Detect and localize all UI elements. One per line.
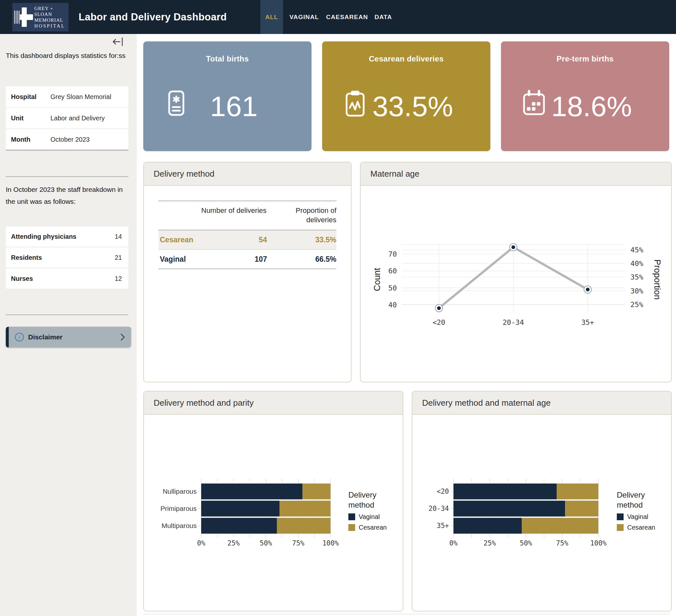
next-section-edge xyxy=(143,614,671,614)
card-title: Delivery method xyxy=(154,169,215,179)
legend-title: Delivery method xyxy=(617,490,659,510)
delivery-method-card: Delivery method Number of deliveries Pro… xyxy=(143,162,352,382)
kpi-title: Total births xyxy=(143,54,312,63)
svg-text:35+: 35+ xyxy=(437,522,449,529)
legend-item-cesarean: Cesarean xyxy=(617,524,672,531)
table-row: Nurses 12 xyxy=(6,269,128,290)
staff-table: Attending physicians 14 Residents 21 Nur… xyxy=(6,226,128,290)
kpi-card-total-births: Total births 161 xyxy=(143,41,312,151)
page-title: Labor and Delivery Dashboard xyxy=(78,0,227,34)
tab-vaginal[interactable]: VAGINAL xyxy=(287,0,321,34)
bar-vaginal-<20 xyxy=(453,484,557,500)
parity-chart-card: Delivery method and parity NulliparousPr… xyxy=(143,391,403,611)
column-header: Proportion of deliveries xyxy=(267,206,336,225)
svg-text:Proportion: Proportion xyxy=(653,260,662,300)
legend: Delivery method Vaginal Cesarean xyxy=(617,490,672,531)
table-row: Month October 2023 xyxy=(6,129,128,151)
svg-text:20-34: 20-34 xyxy=(503,318,524,326)
legend-title: Delivery method xyxy=(348,490,390,510)
sidebar-divider xyxy=(6,176,128,177)
data-point-20-34 xyxy=(510,244,517,251)
svg-text:100%: 100% xyxy=(323,539,339,547)
kpi-value: 33.5% xyxy=(335,90,490,123)
delivery-method-table: Number of deliveries Proportion of deliv… xyxy=(159,201,336,269)
vaginal-swatch xyxy=(348,513,355,520)
dashboard-info-table: Hospital Grey Sloan Memorial Unit Labor … xyxy=(6,87,128,151)
disclaimer-button[interactable]: i Disclaimer xyxy=(6,327,131,347)
svg-text:Multiparous: Multiparous xyxy=(161,522,196,529)
column-header: Number of deliveries xyxy=(196,206,267,225)
hospital-logo: GREY + SLOAN MEMORIAL HOSPITAL xyxy=(12,3,68,32)
svg-text:45%: 45% xyxy=(630,246,643,254)
kpi-title: Pre-term births xyxy=(501,54,669,63)
tab-data[interactable]: DATA xyxy=(373,0,394,34)
vaginal-swatch xyxy=(617,513,624,520)
card-header: Delivery method and maternal age xyxy=(412,391,671,415)
svg-text:70: 70 xyxy=(388,250,397,258)
maternal-age-line-chart: 4050607025%30%35%40%45%<2020-3435+CountP… xyxy=(361,186,670,381)
svg-text:30%: 30% xyxy=(630,287,643,295)
legend-item-cesarean: Cesarean xyxy=(348,524,403,531)
legend-item-vaginal: Vaginal xyxy=(348,513,403,520)
table-row: Attending physicians 14 xyxy=(6,226,128,247)
card-header: Delivery method and parity xyxy=(144,391,403,415)
svg-text:Count: Count xyxy=(372,268,382,291)
svg-text:20-34: 20-34 xyxy=(429,505,449,512)
hospital-logo-text: GREY + SLOAN MEMORIAL HOSPITAL xyxy=(34,5,68,29)
bar-cesarean-35+ xyxy=(522,518,598,534)
table-row: Unit Labor and Delivery xyxy=(6,108,128,129)
info-icon: i xyxy=(14,332,24,342)
chevron-right-icon xyxy=(120,333,125,341)
disclaimer-label: Disclaimer xyxy=(28,333,62,341)
svg-text:0%: 0% xyxy=(449,539,458,547)
svg-text:<20: <20 xyxy=(433,318,445,326)
table-row-vaginal: Vaginal 107 66.5% xyxy=(159,250,336,269)
svg-text:75%: 75% xyxy=(292,539,304,547)
bar-vaginal-Nulliparous xyxy=(201,484,302,500)
svg-text:25%: 25% xyxy=(484,539,496,547)
age-method-chart-card: Delivery method and maternal age <2020-3… xyxy=(412,391,672,611)
sidebar-collapse-icon[interactable] xyxy=(111,37,125,47)
svg-text:60: 60 xyxy=(388,267,397,275)
tab-caesarean[interactable]: CAESAREAN xyxy=(326,0,368,34)
legend-item-vaginal: Vaginal xyxy=(617,513,672,520)
cross-icon xyxy=(14,6,34,28)
cesarean-swatch xyxy=(617,524,624,531)
svg-text:35%: 35% xyxy=(630,273,643,281)
bar-cesarean-<20 xyxy=(557,484,598,500)
kpi-card-preterm: Pre-term births 18.6% xyxy=(501,41,669,151)
cesarean-swatch xyxy=(348,524,355,531)
table-row-cesarean: Cesarean 54 33.5% xyxy=(159,230,336,250)
card-title: Delivery method and parity xyxy=(154,398,253,408)
table-row: Residents 21 xyxy=(6,247,128,269)
top-navbar: GREY + SLOAN MEMORIAL HOSPITAL Labor and… xyxy=(0,0,676,34)
bar-cesarean-Primiparous xyxy=(279,501,331,517)
svg-text:50%: 50% xyxy=(260,539,272,547)
svg-text:50: 50 xyxy=(388,284,397,292)
kpi-value: 161 xyxy=(156,90,312,123)
tab-all[interactable]: ALL xyxy=(260,0,283,34)
legend: Delivery method Vaginal Cesarean xyxy=(348,490,403,531)
svg-text:25%: 25% xyxy=(630,300,643,309)
card-title: Maternal age xyxy=(370,169,419,179)
bar-vaginal-20-34 xyxy=(453,501,565,517)
table-header-row: Number of deliveries Proportion of deliv… xyxy=(159,201,336,230)
kpi-card-cesarean: Cesarean deliveries 33.5% xyxy=(322,41,490,151)
svg-text:40%: 40% xyxy=(630,260,643,268)
svg-text:75%: 75% xyxy=(556,539,568,547)
svg-text:0%: 0% xyxy=(197,539,206,547)
svg-text:25%: 25% xyxy=(227,539,240,547)
svg-text:40: 40 xyxy=(388,301,397,309)
svg-text:100%: 100% xyxy=(590,539,607,547)
sidebar-intro-text: This dashboard displays statistics for:s… xyxy=(6,50,128,61)
staff-intro-text: In October 2023 the staff breakdown in t… xyxy=(6,183,128,207)
bar-cesarean-Multiparous xyxy=(277,518,331,534)
kpi-title: Cesarean deliveries xyxy=(322,54,490,63)
sidebar-divider xyxy=(6,315,128,315)
svg-text:Nulliparous: Nulliparous xyxy=(163,488,196,495)
bar-vaginal-Multiparous xyxy=(201,518,277,534)
svg-text:35+: 35+ xyxy=(581,318,594,326)
labor-delivery-dashboard: GREY + SLOAN MEMORIAL HOSPITAL Labor and… xyxy=(0,0,676,616)
bar-cesarean-20-34 xyxy=(565,501,598,517)
data-point-35+ xyxy=(584,286,592,293)
